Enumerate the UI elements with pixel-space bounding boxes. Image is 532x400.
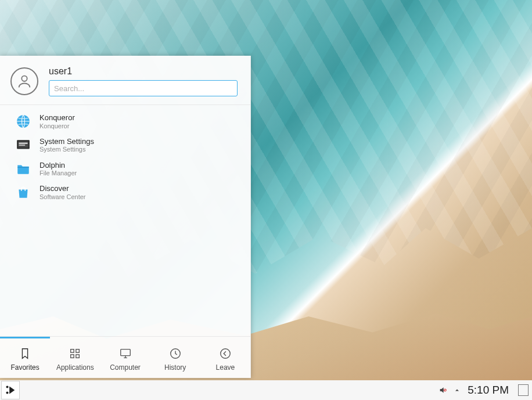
favorite-subtitle: System Settings — [39, 146, 94, 153]
volume-muted-icon[interactable] — [438, 385, 448, 395]
svg-rect-9 — [76, 355, 80, 358]
tab-favorites[interactable]: Favorites — [0, 337, 50, 378]
arrow-left-circle-icon — [219, 347, 232, 360]
svg-point-12 — [221, 349, 231, 359]
svg-point-0 — [21, 76, 27, 81]
bookmark-icon — [19, 347, 31, 360]
svg-rect-7 — [76, 349, 80, 353]
settings-icon — [15, 137, 31, 153]
start-button[interactable] — [1, 381, 20, 399]
favorite-item-discover[interactable]: Discover Software Center — [0, 181, 250, 204]
tab-leave[interactable]: Leave — [200, 337, 250, 378]
favorite-item-dolphin[interactable]: Dolphin File Manager — [0, 157, 250, 181]
clock-icon — [169, 347, 182, 360]
launcher-tabs: Favorites Applications Computer — [0, 336, 250, 378]
favorite-title: Dolphin — [39, 161, 77, 170]
favorite-item-system-settings[interactable]: System Settings System Settings — [0, 134, 250, 157]
favorite-subtitle: File Manager — [39, 170, 77, 177]
taskbar: 5:10 PM — [0, 380, 532, 400]
svg-point-14 — [6, 392, 8, 394]
tab-label: Computer — [110, 363, 141, 372]
user-avatar-icon[interactable] — [10, 67, 38, 95]
tray-expand-icon[interactable] — [454, 387, 461, 394]
monitor-icon — [119, 347, 132, 360]
application-launcher: user1 Konqueror Konqueror — [0, 56, 251, 378]
tab-history[interactable]: History — [150, 337, 200, 378]
search-input[interactable] — [49, 80, 238, 96]
tab-label: Applications — [56, 363, 94, 372]
panel-clock[interactable]: 5:10 PM — [466, 384, 510, 397]
globe-icon — [15, 113, 31, 129]
tab-label: Favorites — [10, 363, 39, 372]
svg-rect-8 — [71, 355, 74, 358]
favorites-list: Konqueror Konqueror System Settings Syst… — [0, 105, 250, 336]
favorite-subtitle: Software Center — [39, 193, 85, 201]
tab-computer[interactable]: Computer — [100, 337, 150, 378]
plasma-logo-icon — [4, 384, 17, 397]
folder-icon — [15, 161, 31, 177]
tab-label: Leave — [216, 363, 235, 372]
show-desktop-button[interactable] — [518, 384, 529, 396]
favorite-title: System Settings — [39, 137, 94, 146]
svg-rect-6 — [71, 349, 74, 353]
svg-rect-10 — [120, 349, 130, 356]
grid-icon — [69, 347, 81, 360]
username-label: user1 — [49, 66, 238, 77]
system-tray: 5:10 PM — [438, 380, 532, 400]
favorite-item-konqueror[interactable]: Konqueror Konqueror — [0, 110, 250, 134]
tab-applications[interactable]: Applications — [50, 337, 100, 378]
favorite-title: Konqueror — [39, 113, 75, 122]
favorite-subtitle: Konqueror — [39, 122, 75, 130]
svg-rect-4 — [19, 143, 27, 144]
shopping-bag-icon — [15, 185, 31, 201]
launcher-header: user1 — [0, 56, 250, 105]
tab-label: History — [164, 363, 186, 372]
svg-rect-3 — [18, 142, 28, 148]
favorite-title: Discover — [39, 184, 85, 193]
svg-rect-5 — [19, 145, 25, 146]
svg-point-13 — [6, 385, 8, 388]
